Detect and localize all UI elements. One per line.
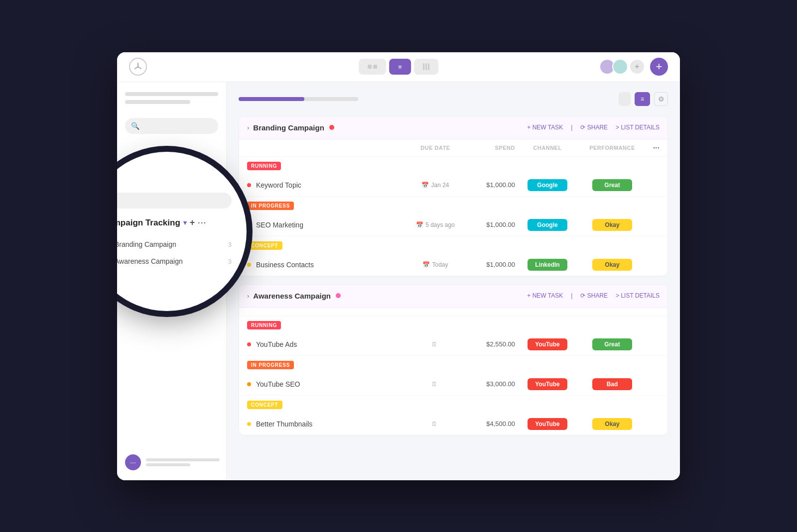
share-awareness[interactable]: ⟳ SHARE <box>580 292 608 299</box>
zoom-more-button[interactable]: ··· <box>198 219 207 227</box>
sidebar-line-1 <box>125 92 218 96</box>
sidebar-bottom-lines <box>146 458 220 466</box>
task-name: Keyword Topic <box>256 181 405 189</box>
main-content: ≡ ⚙ › Branding Campaign + NEW TASK | ⟳ S… <box>227 82 680 480</box>
channel-tag: YouTube <box>515 418 580 430</box>
view-btn-list[interactable]: ≡ <box>389 59 411 75</box>
view-btn-3[interactable] <box>414 59 438 75</box>
content-header: ≡ ⚙ <box>239 92 668 106</box>
channel-pill: YouTube <box>528 338 567 350</box>
zoom-item-label: Awareness Campaign <box>117 257 183 265</box>
spend-value: $3,000.00 <box>465 380 515 388</box>
channel-pill: LinkedIn <box>528 259 567 271</box>
new-task-branding[interactable]: + NEW TASK <box>527 124 563 131</box>
task-dot <box>247 263 251 267</box>
top-right: + + <box>599 58 668 76</box>
task-name: YouTube Ads <box>256 340 405 348</box>
top-center-controls: ≡ <box>359 59 438 75</box>
avatar-2 <box>612 59 628 75</box>
task-dot <box>247 183 251 187</box>
task-dot <box>247 382 251 386</box>
due-date: 🗓 <box>405 341 465 348</box>
task-table-awareness: RUNNING YouTube Ads 🗓 $2,550.00 YouTube <box>239 308 667 435</box>
search-bar[interactable]: 🔍 <box>125 118 218 134</box>
perf-pill: Bad <box>592 378 632 390</box>
top-bar: ≡ + + <box>117 52 680 82</box>
task-dot <box>247 223 251 227</box>
calendar-icon: 📅 <box>416 221 423 228</box>
campaign-toggle-awareness[interactable]: › <box>247 292 249 300</box>
task-name: Better Thumbnails <box>256 420 405 428</box>
channel-tag: LinkedIn <box>515 259 580 271</box>
list-icon: ≡ <box>398 63 402 71</box>
table-row: YouTube SEO 🗓 $3,000.00 YouTube Bad <box>239 373 667 396</box>
zoom-badge-awareness: 3 <box>228 258 232 265</box>
campaign-dot-awareness <box>336 293 341 298</box>
view-btn-1[interactable] <box>359 59 386 75</box>
channel-pill: Google <box>528 179 567 191</box>
task-name: SEO Marketing <box>256 221 405 229</box>
table-header-branding: DUE DATE SPEND CHANNEL PERFORMANCE ··· <box>239 139 667 157</box>
zoom-title-text: Campaign Tracking <box>117 218 180 228</box>
header-controls: ≡ ⚙ <box>619 92 668 106</box>
campaign-actions-branding: + NEW TASK | ⟳ SHARE > LIST DETAILS <box>527 124 660 131</box>
list-details-branding[interactable]: > LIST DETAILS <box>616 124 660 131</box>
status-badge-concept-a: CONCEPT <box>247 401 282 409</box>
settings-button[interactable]: ⚙ <box>654 92 668 106</box>
perf-pill: Great <box>592 179 632 191</box>
zoom-list-item-awareness[interactable]: Awareness Campaign 3 <box>117 253 232 270</box>
calendar-icon: 📅 <box>421 182 429 189</box>
campaign-group-branding: › Branding Campaign + NEW TASK | ⟳ SHARE… <box>239 116 668 276</box>
bottom-line-2 <box>146 463 190 466</box>
channel-tag: Google <box>515 179 580 191</box>
separator-1: | <box>571 124 572 131</box>
perf-pill: Okay <box>592 219 632 231</box>
col-more-branding: ··· <box>645 143 660 152</box>
calendar-icon: 🗓 <box>431 421 437 427</box>
task-name: YouTube SEO <box>256 380 405 388</box>
due-date: 📅 Today <box>405 261 465 268</box>
zoom-list-item-branding[interactable]: Branding Campaign 3 <box>117 236 232 253</box>
table-row: Keyword Topic 📅 Jan 24 $1,000.00 Google … <box>239 174 667 197</box>
zoom-search[interactable]: 🔍 <box>117 193 232 209</box>
spend-value: $1,000.00 <box>465 181 515 189</box>
spend-value: $4,500.00 <box>465 420 515 427</box>
status-badge-in-progress-a: IN PROGRESS <box>247 361 294 369</box>
table-row: Better Thumbnails 🗓 $4,500.00 YouTube Ok… <box>239 413 667 435</box>
add-avatar-button[interactable]: + <box>630 60 644 74</box>
spend-value: $2,550.00 <box>465 340 515 348</box>
col-header-due: DUE DATE <box>405 145 465 151</box>
status-badge-running: RUNNING <box>247 162 281 170</box>
add-button[interactable]: + <box>650 58 668 76</box>
zoom-add-button[interactable]: + <box>190 217 195 228</box>
channel-pill: YouTube <box>528 418 567 430</box>
col-header-channel: CHANNEL <box>515 145 580 151</box>
share-branding[interactable]: ⟳ SHARE <box>580 124 608 131</box>
due-date: 🗓 <box>405 381 465 388</box>
perf-tag: Okay <box>580 219 645 231</box>
perf-tag: Okay <box>580 418 645 430</box>
status-badge-running-a: RUNNING <box>247 321 281 329</box>
status-running-branding: RUNNING <box>239 157 667 174</box>
calendar-icon: 📅 <box>422 261 430 268</box>
status-badge-in-progress: IN PROGRESS <box>247 202 294 210</box>
channel-tag: YouTube <box>515 378 580 390</box>
avatar-group: + <box>599 59 644 75</box>
logo <box>129 58 147 76</box>
campaign-dot-branding <box>329 125 334 130</box>
chat-bubble[interactable]: ··· <box>125 454 141 470</box>
task-dot <box>247 422 251 426</box>
campaign-title-awareness: Awareness Campaign <box>253 292 331 300</box>
campaign-toggle-branding[interactable]: › <box>247 124 249 131</box>
campaign-header-branding: › Branding Campaign + NEW TASK | ⟳ SHARE… <box>239 116 667 139</box>
new-task-awareness[interactable]: + NEW TASK <box>527 292 563 299</box>
zoom-content: 🔍 Campaign Tracking ▾ + ··· Branding Cam… <box>117 193 232 270</box>
campaign-actions-awareness: + NEW TASK | ⟳ SHARE > LIST DETAILS <box>527 292 660 299</box>
sidebar-bottom: ··· <box>125 454 220 470</box>
ctrl-btn-1[interactable] <box>619 92 631 106</box>
perf-tag: Great <box>580 338 645 350</box>
calendar-icon: 🗓 <box>431 341 437 348</box>
ctrl-btn-2[interactable]: ≡ <box>635 92 650 106</box>
list-details-awareness[interactable]: > LIST DETAILS <box>616 292 660 299</box>
status-concept-awareness: CONCEPT <box>239 396 667 413</box>
